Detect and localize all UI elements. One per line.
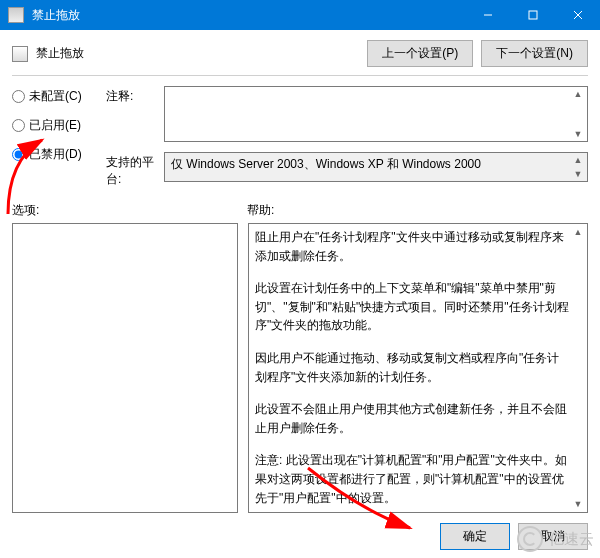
maximize-button[interactable] <box>510 0 555 30</box>
help-paragraph: 注意: 此设置出现在"计算机配置"和"用户配置"文件夹中。如果对这两项设置都进行… <box>255 451 571 507</box>
fields-area: 注释: ▲ ▼ 支持的平台: 仅 Windows Server 2003、Win… <box>106 86 588 198</box>
radio-enabled-label: 已启用(E) <box>29 117 81 134</box>
next-setting-button[interactable]: 下一个设置(N) <box>481 40 588 67</box>
close-button[interactable] <box>555 0 600 30</box>
platform-value: 仅 Windows Server 2003、Windows XP 和 Windo… <box>171 157 481 171</box>
help-pane: 阻止用户在"任务计划程序"文件夹中通过移动或复制程序来添加或删除任务。 此设置在… <box>248 223 588 513</box>
window-buttons <box>465 0 600 30</box>
help-label: 帮助: <box>247 202 588 219</box>
radio-not-configured-input[interactable] <box>12 90 25 103</box>
options-label: 选项: <box>12 202 247 219</box>
titlebar: 禁止拖放 <box>0 0 600 30</box>
window-icon <box>8 7 24 23</box>
radio-enabled-input[interactable] <box>12 119 25 132</box>
radio-disabled-label: 已禁用(D) <box>29 146 82 163</box>
help-paragraph: 此设置不会阻止用户使用其他方式创建新任务，并且不会阻止用户删除任务。 <box>255 400 571 437</box>
policy-icon <box>12 46 28 62</box>
panes: 阻止用户在"任务计划程序"文件夹中通过移动或复制程序来添加或删除任务。 此设置在… <box>0 223 600 513</box>
scroll-up-icon[interactable]: ▲ <box>571 226 585 238</box>
scroll-up-icon[interactable]: ▲ <box>571 154 585 166</box>
radio-enabled[interactable]: 已启用(E) <box>12 117 92 134</box>
pane-labels: 选项: 帮助: <box>0 202 600 219</box>
platform-label: 支持的平台: <box>106 152 164 188</box>
help-paragraph: 阻止用户在"任务计划程序"文件夹中通过移动或复制程序来添加或删除任务。 <box>255 228 571 265</box>
scroll-down-icon[interactable]: ▼ <box>571 168 585 180</box>
help-paragraph: 此设置在计划任务中的上下文菜单和"编辑"菜单中禁用"剪切"、"复制"和"粘贴"快… <box>255 279 571 335</box>
radio-disabled-input[interactable] <box>12 148 25 161</box>
help-paragraph: 因此用户不能通过拖动、移动或复制文档或程序向"任务计划程序"文件夹添加新的计划任… <box>255 349 571 386</box>
header: 禁止拖放 上一个设置(P) 下一个设置(N) <box>0 30 600 71</box>
prev-setting-button[interactable]: 上一个设置(P) <box>367 40 473 67</box>
watermark-icon <box>517 526 543 552</box>
comment-input[interactable]: ▲ ▼ <box>164 86 588 142</box>
separator <box>12 75 588 76</box>
help-content: 阻止用户在"任务计划程序"文件夹中通过移动或复制程序来添加或删除任务。 此设置在… <box>255 228 571 507</box>
radio-not-configured-label: 未配置(C) <box>29 88 82 105</box>
minimize-button[interactable] <box>465 0 510 30</box>
comment-label: 注释: <box>106 86 164 142</box>
settings-area: 未配置(C) 已启用(E) 已禁用(D) 注释: ▲ ▼ 支持的平台: 仅 Wi… <box>0 86 600 198</box>
footer: 确定 取消 <box>0 513 600 550</box>
scroll-down-icon[interactable]: ▼ <box>571 498 585 510</box>
scroll-down-icon[interactable]: ▼ <box>571 128 585 140</box>
scroll-up-icon[interactable]: ▲ <box>571 88 585 100</box>
platform-row: 支持的平台: 仅 Windows Server 2003、Windows XP … <box>106 152 588 188</box>
state-radios: 未配置(C) 已启用(E) 已禁用(D) <box>12 86 92 198</box>
radio-disabled[interactable]: 已禁用(D) <box>12 146 92 163</box>
window-title: 禁止拖放 <box>32 7 465 24</box>
radio-not-configured[interactable]: 未配置(C) <box>12 88 92 105</box>
watermark: 亿速云 <box>517 526 594 552</box>
platform-value-box: 仅 Windows Server 2003、Windows XP 和 Windo… <box>164 152 588 182</box>
comment-row: 注释: ▲ ▼ <box>106 86 588 142</box>
policy-title: 禁止拖放 <box>36 45 359 62</box>
options-pane <box>12 223 238 513</box>
watermark-text: 亿速云 <box>549 530 594 549</box>
svg-rect-1 <box>529 11 537 19</box>
ok-button[interactable]: 确定 <box>440 523 510 550</box>
